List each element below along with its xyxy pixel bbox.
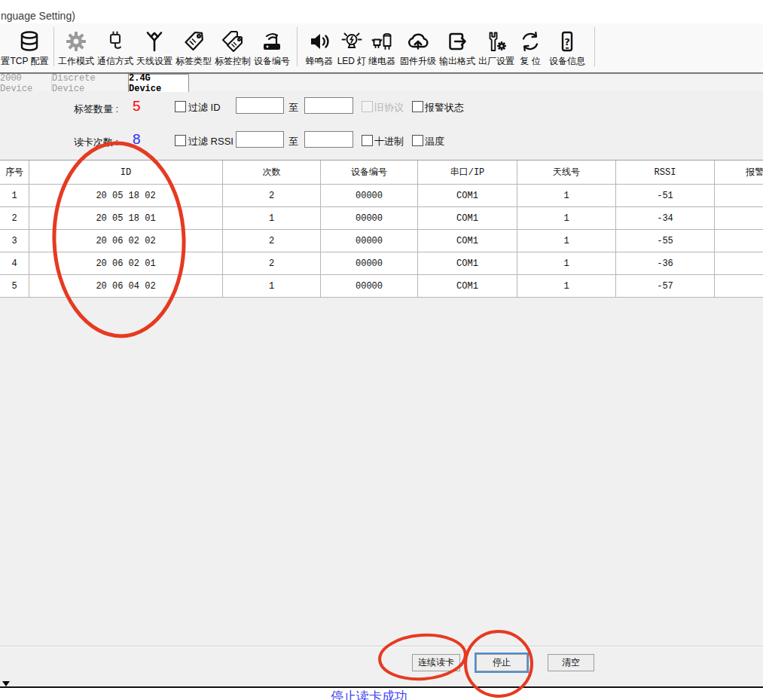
toolbar-button-label: 标签控制 xyxy=(215,56,251,66)
toolbar-button-label: 工作模式 xyxy=(58,56,94,66)
toolbar-button-output-format[interactable]: 输出格式 xyxy=(438,25,476,70)
cell-antenna: 1 xyxy=(517,230,616,252)
cell-id: 20 05 18 02 xyxy=(29,185,223,206)
filter-id-to-input[interactable] xyxy=(304,97,353,114)
filter-id-from-input[interactable] xyxy=(236,97,284,114)
cell-device-number: 00000 xyxy=(321,275,418,297)
svg-text:?: ? xyxy=(564,36,570,47)
gear-icon xyxy=(64,25,88,53)
table-row[interactable]: 2 20 05 18 01 1 00000 COM1 1 -34 xyxy=(0,207,763,230)
stop-button[interactable]: 停止 xyxy=(475,653,529,673)
app-window: nguage Setting) 置 TCP 配置 xyxy=(0,0,763,700)
toolbar-button-buzzer[interactable]: 蜂鸣器 xyxy=(303,25,336,70)
toolbar-button-device-number[interactable]: 设备编号 xyxy=(253,25,291,70)
bottom-divider-highlight xyxy=(0,647,763,647)
tab-discrete-device[interactable]: Discrete Device xyxy=(52,75,129,91)
temperature-checkbox[interactable] xyxy=(412,135,423,146)
toolbar-button-label: 复 位 xyxy=(520,56,540,66)
toolbar-button-tag-control[interactable]: 标签控制 xyxy=(214,25,252,70)
read-count-label: 读卡次数 : xyxy=(74,136,118,149)
cell-count: 2 xyxy=(223,252,321,274)
tab-label: 2.4G Device xyxy=(129,73,188,94)
toolbar-button-label: 设备编号 xyxy=(254,56,290,66)
cell-rssi: -57 xyxy=(616,275,715,297)
toolbar-button-factory-settings[interactable]: 出厂设置 xyxy=(478,25,515,70)
cell-port-ip: COM1 xyxy=(418,230,517,252)
alarm-status-label: 报警状态 xyxy=(425,101,464,115)
cell-id: 20 06 02 01 xyxy=(29,252,223,274)
col-header-antenna: 天线号 xyxy=(517,160,616,184)
filter-rssi-label: 过滤 RSSI xyxy=(188,135,233,148)
toolbar-button-led-light[interactable]: LED 灯 xyxy=(337,25,367,70)
tag-count-label: 标签数量 : xyxy=(74,102,118,116)
tab-24g-device[interactable]: 2.4G Device xyxy=(128,74,189,92)
alarm-status-checkbox[interactable] xyxy=(412,101,423,112)
filter-rssi-from-input[interactable] xyxy=(236,131,284,148)
toolbar-button-label: 出厂设置 xyxy=(478,56,514,66)
table-row[interactable]: 3 20 06 02 02 2 00000 COM1 1 -55 xyxy=(0,230,763,252)
cell-count: 2 xyxy=(223,185,321,206)
speaker-icon xyxy=(307,25,331,53)
factory-reset-icon xyxy=(484,25,508,53)
cell-index: 4 xyxy=(0,252,29,274)
cell-alarm xyxy=(715,185,763,206)
cell-device-number: 00000 xyxy=(321,207,418,229)
decimal-checkbox[interactable] xyxy=(362,135,373,146)
status-message: 停止读卡成功 xyxy=(0,689,738,700)
toolbar-button-tag-type[interactable]: 标签类型 xyxy=(175,25,212,70)
read-count-value: 8 xyxy=(133,131,141,148)
filter-rssi-to-label: 至 xyxy=(288,135,298,148)
filter-rssi-checkbox[interactable] xyxy=(175,135,186,146)
cell-index: 3 xyxy=(0,230,29,252)
database-icon xyxy=(17,25,41,53)
cloud-upload-icon xyxy=(406,25,430,53)
cell-port-ip: COM1 xyxy=(418,207,517,229)
toolbar-button-reset[interactable]: 复 位 xyxy=(517,25,544,70)
toolbar-button-antenna-settings[interactable]: 天线设置 xyxy=(136,25,173,70)
cell-device-number: 00000 xyxy=(321,252,418,274)
col-header-id: ID xyxy=(29,160,223,184)
cell-antenna: 1 xyxy=(517,185,616,206)
table-row[interactable]: 5 20 06 04 02 1 00000 COM1 1 -57 xyxy=(0,275,763,298)
filter-rssi-to-input[interactable] xyxy=(304,131,353,148)
decimal-label: 十进制 xyxy=(374,135,404,148)
tag-icon xyxy=(182,25,206,53)
bulb-icon xyxy=(340,25,364,53)
cell-port-ip: COM1 xyxy=(418,252,517,274)
cell-antenna: 1 xyxy=(517,252,616,274)
cell-id: 20 06 04 02 xyxy=(29,275,223,297)
toolbar-button-label: LED 灯 xyxy=(337,56,367,66)
toolbar: 置 TCP 配置 xyxy=(0,23,763,72)
toolbar-separator xyxy=(297,27,298,66)
filter-id-checkbox[interactable] xyxy=(175,101,186,112)
table-row[interactable]: 1 20 05 18 02 2 00000 COM1 1 -51 xyxy=(0,185,763,207)
toolbar-button-device-info[interactable]: ? 设备信息 xyxy=(548,25,586,70)
cell-id: 20 05 18 01 xyxy=(29,207,223,229)
toolbar-button-label: TCP 配置 xyxy=(10,56,48,66)
clear-button[interactable]: 清空 xyxy=(548,654,594,671)
cell-antenna: 1 xyxy=(517,275,616,297)
cell-count: 2 xyxy=(223,230,321,252)
filter-id-to-label: 至 xyxy=(288,101,298,115)
cell-alarm xyxy=(715,230,763,252)
cell-count: 1 xyxy=(223,207,321,229)
toolbar-button-tcp-config[interactable]: TCP 配置 xyxy=(8,25,51,70)
cell-device-number: 00000 xyxy=(321,230,418,252)
cell-device-number: 00000 xyxy=(321,185,418,206)
temperature-label: 温度 xyxy=(425,135,444,148)
toolbar-button-firmware-upgrade[interactable]: 固件升级 xyxy=(399,25,437,70)
cell-port-ip: COM1 xyxy=(418,275,517,297)
cell-rssi: -36 xyxy=(616,252,715,274)
router-icon xyxy=(260,25,284,53)
cell-index: 2 xyxy=(0,207,29,229)
toolbar-button-work-mode[interactable]: 工作模式 xyxy=(57,25,95,70)
cell-id: 20 06 02 02 xyxy=(29,230,223,252)
expand-arrow-icon[interactable] xyxy=(2,681,10,686)
toolbar-button-relay[interactable]: 继电器 xyxy=(366,25,398,70)
tags-icon xyxy=(221,25,245,53)
toolbar-button-comm-mode[interactable]: 通信方式 xyxy=(96,25,134,70)
tag-count-value: 5 xyxy=(133,98,141,115)
table-row[interactable]: 4 20 06 02 01 2 00000 COM1 1 -36 xyxy=(0,252,763,275)
continuous-read-button[interactable]: 连续读卡 xyxy=(412,654,460,671)
tab-2000-device[interactable]: 2000 Device xyxy=(0,75,52,91)
